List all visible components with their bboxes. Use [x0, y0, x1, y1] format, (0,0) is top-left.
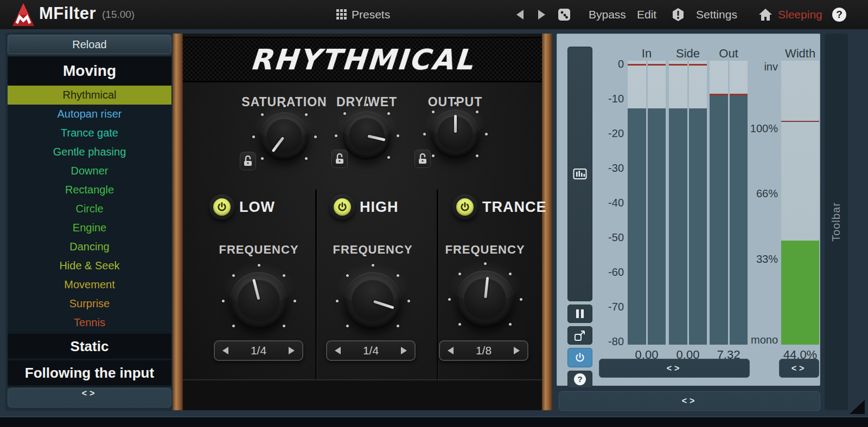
sleeping-status[interactable]: Sleeping — [778, 0, 822, 29]
output-lock-icon[interactable] — [414, 150, 431, 168]
preset-item-tennis[interactable]: Tennis — [8, 313, 171, 332]
warning-icon[interactable] — [672, 8, 685, 22]
knob-pointer — [367, 134, 386, 141]
meter-group-in: In0.00 — [628, 47, 666, 363]
bypass-button[interactable]: Bypass — [589, 0, 626, 29]
knob-pointer — [373, 300, 394, 309]
knob-tick-dot — [485, 133, 488, 135]
knob-tick-dot — [387, 156, 390, 159]
knob-tick-dot — [448, 298, 451, 301]
knob-tick-dot — [336, 300, 339, 302]
preset-item-gentle-phasing[interactable]: Gentle phasing — [8, 143, 171, 161]
reload-button[interactable]: Reload — [8, 35, 171, 54]
preset-item-rectangle[interactable]: Rectangle — [8, 180, 171, 199]
knob-tick-dot — [335, 134, 337, 137]
preset-item-downer[interactable]: Downer — [8, 161, 171, 180]
knob-tick-dot — [346, 325, 349, 327]
meter-value-out[interactable]: 7.32 — [704, 348, 753, 362]
meter-help-button[interactable]: ? — [567, 371, 592, 388]
meter-scrollbar-right[interactable]: <> — [779, 359, 819, 378]
melda-logo-icon[interactable] — [12, 3, 35, 27]
preset-item-movement[interactable]: Movement — [8, 275, 171, 294]
knob-tick-dot — [397, 274, 399, 277]
random-preset-dice-icon[interactable] — [558, 8, 571, 21]
meter-group-label: Side — [669, 47, 707, 61]
power-icon — [334, 198, 351, 216]
low-power-button[interactable] — [209, 195, 234, 219]
trance-power-button[interactable] — [452, 195, 477, 219]
wood-trim-right — [542, 34, 552, 410]
presets-grid-icon[interactable] — [336, 9, 347, 20]
preset-item-circle[interactable]: Circle — [8, 199, 171, 218]
low-band-label: LOW — [239, 195, 275, 219]
bottom-scrollbar[interactable]: <> — [559, 391, 820, 411]
home-icon[interactable] — [758, 8, 773, 21]
preset-item-engine[interactable]: Engine — [8, 218, 171, 237]
grille-header: RHYTHMICAL — [183, 37, 542, 82]
high-power-button[interactable] — [330, 195, 355, 219]
trance-rate-next-icon[interactable] — [514, 347, 520, 354]
db-tick-label: -80 — [608, 335, 624, 347]
resize-handle[interactable] — [850, 400, 865, 414]
edit-button[interactable]: Edit — [637, 0, 656, 29]
help-button[interactable]: ? — [832, 8, 846, 22]
device-face: RHYTHMICAL SATURATION DRY/WET OUTPUT — [183, 34, 542, 410]
knob-tick-dot — [484, 262, 487, 265]
width-fill — [781, 241, 819, 345]
width-tick-inv: inv — [764, 61, 778, 73]
sidebar-scrollbar[interactable]: <> — [8, 388, 171, 407]
preset-item-dancing[interactable]: Dancing — [8, 237, 171, 256]
db-scale: 0-10-20-30-40-50-60-70-80 — [578, 61, 624, 345]
meter-group-out: Out7.32 — [710, 47, 748, 363]
preset-item-surprise[interactable]: Surprise — [8, 294, 171, 313]
low-rate-stepper: 1/4 — [214, 340, 303, 361]
high-rate-stepper: 1/4 — [326, 340, 416, 361]
preset-item-autopan-riser[interactable]: Autopan riser — [8, 105, 171, 124]
knob-tick-dot — [261, 157, 264, 160]
trance-frequency-label: FREQUENCY — [431, 243, 539, 257]
meter-power-button[interactable] — [567, 348, 592, 367]
top-toolbar: MFilter (15.00) Presets Bypass Edit Sett… — [0, 0, 868, 29]
preset-category-static[interactable]: Static — [8, 334, 171, 359]
knob-tick-dot — [407, 300, 410, 302]
meter-bar — [669, 61, 687, 345]
settings-button[interactable]: Settings — [696, 0, 737, 29]
preset-category-following-the-input[interactable]: Following the input — [8, 360, 171, 385]
wood-trim-left — [173, 34, 183, 410]
db-tick-label: -70 — [608, 300, 624, 313]
knob-tick-dot — [366, 103, 368, 106]
svg-text:?: ? — [577, 374, 582, 384]
knob-tick-dot — [305, 113, 308, 116]
presets-button[interactable]: Presets — [352, 0, 390, 29]
knob-tick-dot — [387, 112, 390, 115]
high-rate-next-icon[interactable] — [401, 347, 407, 354]
high-frequency-knob[interactable] — [344, 272, 401, 329]
trance-band-label: TRANCE — [482, 195, 547, 219]
preset-item-hide-seek[interactable]: Hide & Seek — [8, 256, 171, 275]
db-tick-label: -40 — [608, 197, 624, 209]
knob-tick-dot — [232, 274, 235, 277]
low-frequency-knob[interactable] — [230, 272, 288, 329]
knob-tick-dot — [261, 113, 264, 116]
knob-tick-dot — [520, 298, 522, 301]
width-tick-66: 66% — [756, 187, 778, 200]
output-knob[interactable] — [431, 109, 480, 158]
low-rate-next-icon[interactable] — [289, 347, 295, 354]
preset-item-trance-gate[interactable]: Trance gate — [8, 124, 171, 143]
meter-panel: ? 0-10-20-30-40-50-60-70-80 Width inv100… — [557, 34, 820, 386]
drywet-knob[interactable] — [342, 111, 391, 160]
preset-item-rhythmical[interactable]: Rhythmical — [8, 86, 171, 105]
toolbar-strip[interactable]: Toolbar — [825, 34, 848, 410]
app-title: MFilter — [39, 4, 96, 23]
preset-next-icon[interactable] — [538, 10, 545, 20]
knob-pointer — [252, 279, 260, 300]
saturation-lock-icon[interactable] — [240, 152, 256, 170]
preset-list: MovingRhythmicalAutopan riserTrance gate… — [8, 56, 171, 387]
saturation-knob[interactable] — [260, 112, 309, 161]
window-bottom-edge — [0, 416, 868, 427]
knob-tick-dot — [397, 134, 399, 137]
preset-prev-icon[interactable] — [516, 10, 524, 20]
preset-category-moving[interactable]: Moving — [8, 56, 171, 86]
knob-tick-dot — [283, 325, 285, 327]
trance-frequency-knob[interactable] — [456, 270, 514, 328]
